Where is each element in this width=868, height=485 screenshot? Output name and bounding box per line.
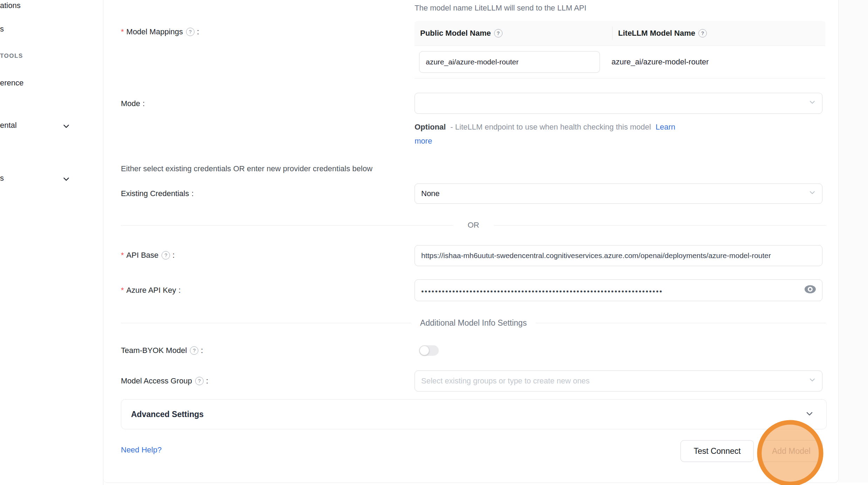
sidebar: ations s TOOLS erence ental s: [0, 0, 103, 485]
label-colon: :: [197, 27, 199, 37]
toggle-knob: [420, 346, 429, 355]
chevron-down-icon: [808, 98, 816, 109]
divider-line: [121, 225, 453, 226]
azure-api-key-label-text: Azure API Key: [127, 285, 176, 296]
required-mark: *: [121, 27, 124, 37]
additional-settings-divider-text: Additional Model Info Settings: [420, 318, 527, 328]
model-mappings-label: * Model Mappings ? :: [121, 27, 199, 37]
azure-api-key-input[interactable]: ••••••••••••••••••••••••••••••••••••••••…: [415, 279, 822, 301]
chevron-down-icon: [805, 409, 814, 420]
litellm-model-name-value: azure_ai/azure-model-router: [611, 57, 709, 67]
public-model-name-header-text: Public Model Name: [420, 29, 491, 38]
advanced-settings-label: Advanced Settings: [131, 410, 805, 419]
learn-more-link[interactable]: Learn: [656, 123, 675, 131]
model-mappings-table-row: azure_ai/azure-model-router: [415, 46, 825, 78]
sidebar-section-tools: TOOLS: [0, 53, 23, 60]
model-mappings-table-header: Public Model Name ? LiteLLM Model Name ?: [415, 21, 825, 46]
model-access-group-label-text: Model Access Group: [121, 376, 192, 386]
help-icon[interactable]: ?: [195, 377, 204, 385]
additional-settings-divider: Additional Model Info Settings: [121, 318, 826, 328]
credentials-hint-text: Either select existing credentials OR en…: [121, 164, 373, 174]
help-icon[interactable]: ?: [186, 28, 194, 36]
divider-line: [536, 323, 826, 323]
divider-line: [494, 225, 826, 226]
public-model-name-input[interactable]: [419, 51, 600, 73]
label-colon: :: [191, 188, 193, 199]
help-icon[interactable]: ?: [494, 29, 503, 37]
label-colon: :: [206, 376, 208, 386]
sidebar-item-ental[interactable]: ental: [0, 121, 17, 130]
required-mark: *: [121, 250, 124, 261]
or-divider: OR: [121, 220, 826, 230]
chevron-down-icon[interactable]: [62, 122, 71, 132]
model-access-group-select[interactable]: Select existing groups or type to create…: [415, 370, 822, 392]
mode-select[interactable]: [415, 93, 822, 114]
learn-more-link[interactable]: more: [415, 137, 432, 145]
need-help-link[interactable]: Need Help?: [121, 445, 162, 455]
mode-optional-note: Optional - LiteLLM endpoint to use when …: [415, 122, 675, 132]
label-colon: :: [178, 285, 180, 296]
litellm-model-name-header-text: LiteLLM Model Name: [618, 29, 695, 38]
existing-credentials-select[interactable]: None: [415, 183, 822, 204]
sidebar-item-s2[interactable]: s: [0, 174, 4, 183]
divider-line: [121, 323, 411, 323]
label-colon: :: [172, 250, 175, 261]
masked-api-key-value: ••••••••••••••••••••••••••••••••••••••••…: [421, 286, 793, 295]
model-name-helper-text: The model name LiteLLM will send to the …: [415, 3, 586, 13]
sidebar-item-erence[interactable]: erence: [0, 78, 23, 88]
team-byok-label: Team-BYOK Model ? :: [121, 345, 203, 356]
chevron-down-icon: [808, 188, 816, 199]
litellm-model-name-header: LiteLLM Model Name ?: [612, 27, 825, 40]
team-byok-toggle[interactable]: [419, 345, 439, 356]
optional-body-text: - LiteLLM endpoint to use when health ch…: [450, 123, 651, 131]
existing-credentials-label: Existing Credentials :: [121, 188, 194, 199]
test-connect-button[interactable]: Test Connect: [681, 440, 754, 462]
help-icon[interactable]: ?: [190, 346, 198, 355]
api-base-label-text: API Base: [127, 250, 159, 261]
public-model-name-header: Public Model Name ?: [415, 29, 612, 38]
model-access-group-label: Model Access Group ? :: [121, 376, 208, 386]
chevron-down-icon[interactable]: [62, 174, 71, 185]
api-base-input[interactable]: [415, 245, 822, 266]
existing-credentials-value: None: [421, 189, 440, 198]
help-icon[interactable]: ?: [698, 29, 707, 37]
team-byok-label-text: Team-BYOK Model: [121, 345, 187, 356]
label-colon: :: [201, 345, 203, 356]
api-base-label: * API Base ? :: [121, 250, 175, 261]
model-access-group-placeholder: Select existing groups or type to create…: [421, 376, 590, 386]
azure-api-key-label: * Azure API Key :: [121, 285, 181, 296]
required-mark: *: [121, 285, 124, 296]
advanced-settings-panel[interactable]: Advanced Settings: [121, 399, 827, 429]
chevron-down-icon: [808, 376, 816, 386]
mode-label: Mode :: [121, 98, 145, 109]
existing-credentials-label-text: Existing Credentials: [121, 188, 189, 199]
page-background: [839, 0, 868, 483]
sidebar-item-ations[interactable]: ations: [0, 1, 21, 10]
optional-bold-text: Optional: [415, 123, 446, 131]
sidebar-item-s[interactable]: s: [0, 25, 4, 34]
eye-icon[interactable]: [804, 284, 816, 296]
add-model-button[interactable]: Add Model: [760, 440, 823, 462]
model-mappings-table: Public Model Name ? LiteLLM Model Name ?…: [415, 21, 825, 78]
label-colon: :: [143, 98, 145, 109]
model-mappings-label-text: Model Mappings: [127, 27, 183, 37]
mode-label-text: Mode: [121, 98, 140, 109]
help-icon[interactable]: ?: [162, 251, 170, 259]
or-divider-text: OR: [468, 221, 479, 230]
mode-optional-note-line2: more: [415, 136, 432, 146]
